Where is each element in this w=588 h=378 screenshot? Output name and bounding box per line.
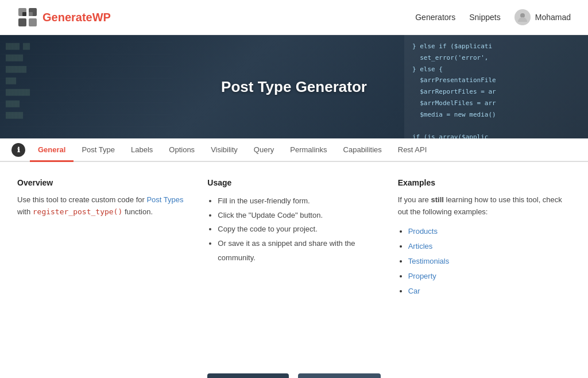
examples-intro: If you are still learning how to use thi…: [398, 194, 571, 218]
avatar: [514, 9, 531, 25]
svg-rect-3: [29, 18, 37, 26]
user-icon: [517, 11, 528, 23]
svg-rect-2: [18, 18, 26, 26]
logo-text-normal: Generate: [42, 11, 92, 24]
tab-capabilities[interactable]: Capabilities: [335, 138, 390, 161]
hero-bg-right-code: } else if ($applicati set_error('error',…: [404, 35, 588, 138]
example-car: Car: [408, 284, 571, 299]
nav-generators[interactable]: Generators: [415, 13, 455, 22]
overview-section: Overview Use this tool to create custom …: [17, 178, 207, 218]
overview-intro: Use this tool to create custom code for: [17, 195, 146, 204]
usage-item-4: Or save it as a snippet and share with t…: [218, 237, 380, 265]
post-types-link[interactable]: Post Types: [146, 195, 183, 204]
examples-still: still: [431, 195, 443, 204]
examples-section: Examples If you are still learning how t…: [398, 178, 571, 299]
main-nav: Generators Snippets Mohamad: [415, 9, 571, 25]
example-articles-link[interactable]: Articles: [408, 242, 433, 250]
logo[interactable]: GenerateWP: [17, 7, 111, 28]
tab-permalinks[interactable]: Permalinks: [282, 138, 335, 161]
usage-section: Usage Fill in the user-friendly form. Cl…: [207, 178, 397, 265]
usage-item-1: Fill in the user-friendly form.: [218, 194, 380, 209]
example-property-link[interactable]: Property: [408, 272, 436, 280]
svg-rect-4: [22, 12, 26, 16]
nav-user[interactable]: Mohamad: [514, 9, 571, 25]
hero-banner: ████ ██ █████ ██████ ███ ███████ ████ ██…: [0, 35, 588, 138]
tabs-nav: ℹ General Post Type Labels Options Visib…: [0, 138, 588, 162]
example-testimonials-link[interactable]: Testimonials: [408, 257, 450, 265]
usage-list: Fill in the user-friendly form. Click th…: [207, 194, 380, 265]
usage-title: Usage: [207, 178, 380, 187]
logo-text-highlight: WP: [92, 11, 111, 24]
footer-buttons: Update Code Save Snippet: [0, 356, 588, 378]
svg-point-6: [520, 13, 525, 18]
header: GenerateWP Generators Snippets Mohamad: [0, 0, 588, 35]
tab-post-type[interactable]: Post Type: [74, 138, 123, 161]
example-products: Products: [408, 224, 571, 239]
overview-suffix: function.: [122, 207, 153, 216]
svg-rect-5: [29, 12, 33, 16]
examples-list: Products Articles Testimonials Property …: [398, 224, 571, 299]
username: Mohamad: [535, 13, 571, 22]
example-testimonials: Testimonials: [408, 254, 571, 269]
overview-body: Use this tool to create custom code for …: [17, 194, 190, 218]
example-products-link[interactable]: Products: [408, 227, 438, 236]
usage-item-3: Copy the code to your project.: [218, 222, 380, 237]
overview-code: register_post_type(): [33, 207, 123, 216]
tab-query[interactable]: Query: [246, 138, 282, 161]
example-car-link[interactable]: Car: [408, 287, 420, 295]
examples-title: Examples: [398, 178, 571, 187]
nav-snippets[interactable]: Snippets: [469, 13, 500, 22]
logo-icon: [17, 7, 38, 28]
example-articles: Articles: [408, 239, 571, 254]
tab-rest-api[interactable]: Rest API: [390, 138, 435, 161]
usage-item-2: Click the "Update Code" button.: [218, 209, 380, 223]
tab-info-icon[interactable]: ℹ: [11, 143, 25, 157]
page-title: Post Type Generator: [221, 78, 367, 96]
tab-general[interactable]: General: [30, 138, 74, 161]
tab-labels[interactable]: Labels: [123, 138, 161, 161]
save-snippet-button[interactable]: Save Snippet: [298, 373, 381, 378]
update-code-button[interactable]: Update Code: [207, 373, 289, 378]
overview-middle: with: [17, 207, 33, 216]
example-property: Property: [408, 269, 571, 284]
overview-title: Overview: [17, 178, 190, 187]
logo-text: GenerateWP: [42, 11, 111, 24]
tab-visibility[interactable]: Visibility: [203, 138, 246, 161]
hero-bg-left-code: ████ ██ █████ ██████ ███ ███████ ████ ██…: [0, 35, 172, 138]
tab-options[interactable]: Options: [161, 138, 203, 161]
main-content: Overview Use this tool to create custom …: [0, 162, 588, 310]
